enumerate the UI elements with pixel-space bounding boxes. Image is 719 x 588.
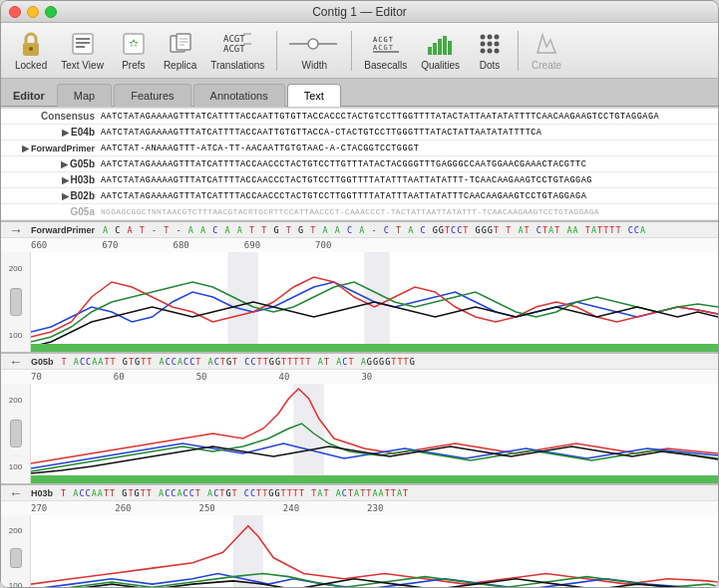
chroma-g05b-controls: 200 100 — [1, 384, 31, 483]
svg-point-36 — [495, 49, 500, 54]
chroma-forward-primer: → ForwardPrimer A C A T - T - A A C A A … — [1, 222, 718, 354]
chroma-fp-scrollbar[interactable] — [10, 288, 22, 316]
prefs-label: Prefs — [122, 60, 145, 71]
basecalls-label: Basecalls — [364, 60, 407, 71]
chroma-fp-name: ForwardPrimer — [31, 225, 95, 235]
svg-text:ACGT: ACGT — [223, 44, 245, 54]
chroma-h03b-graph-area: 200 100 — [1, 515, 718, 588]
e04b-label: ▶E04b — [1, 127, 101, 138]
chroma-fp-green-bar — [31, 344, 718, 352]
svg-point-7 — [132, 42, 136, 46]
window-title: Contig 1 — Editor — [312, 5, 407, 19]
minimize-button[interactable] — [27, 6, 39, 18]
chroma-h03b-ruler: 270 260 250 240 230 — [1, 501, 718, 515]
y-label-100: 100 — [9, 331, 22, 340]
chroma-g05b-seq: T ACCAATT GTGTT ACCACCT ACTGT CCTTGGTTTT… — [62, 357, 416, 367]
translations-label: Translations — [210, 60, 264, 71]
svg-point-34 — [481, 49, 486, 54]
chroma-fp-graph-area: 200 100 — [1, 252, 718, 352]
locked-button[interactable]: Locked — [9, 26, 53, 75]
svg-text:ACGT: ACGT — [223, 34, 245, 44]
chroma-g05b-arrow: ← — [1, 354, 31, 370]
chroma-g05b-svg-container — [31, 384, 718, 483]
overview-bar — [1, 107, 718, 108]
alignment-area: Consensus AATCTATAGAAAAGTTTATCATTTTACCAA… — [1, 109, 718, 222]
create-label: Create — [532, 60, 561, 71]
chroma-g05b-scrollbar[interactable] — [10, 420, 22, 447]
svg-rect-24 — [433, 43, 437, 55]
y-label-200-h03b: 200 — [9, 526, 22, 535]
chroma-h03b-scrollbar[interactable] — [10, 548, 22, 568]
text-view-button[interactable]: Text View — [55, 26, 110, 75]
forwardprimer-data: AATCTAT-ANAAAGTTT-ATCA-TT-AACAATTGTGTAAC… — [101, 144, 419, 153]
consensus-label: Consensus — [1, 111, 101, 122]
svg-point-19 — [308, 39, 318, 49]
create-button[interactable]: Create — [525, 26, 568, 75]
consensus-data: AATCTATAGAAAAGTTTATCATTTTACCAATTGTGTTACC… — [101, 112, 659, 122]
h03b-top-label: ▶H03b — [1, 174, 101, 185]
prefs-icon — [120, 30, 148, 58]
tab-features[interactable]: Features — [114, 84, 190, 107]
close-button[interactable] — [9, 6, 21, 18]
tab-text[interactable]: Text — [287, 84, 341, 107]
svg-point-1 — [29, 47, 33, 51]
translations-button[interactable]: ACGT ACGT Translations — [204, 26, 270, 75]
g05b-top-row: ▶G05b AATCTATAGAAAAGTTTATCATTTTACCAACCCT… — [1, 156, 718, 172]
svg-rect-23 — [428, 47, 432, 55]
chroma-h03b-controls: 200 100 — [1, 515, 31, 588]
consensus-row: Consensus AATCTATAGAAAAGTTTATCATTTTACCAA… — [1, 109, 718, 125]
svg-point-31 — [481, 42, 486, 47]
b02b-label: ▶B02b — [1, 190, 101, 201]
dots-icon — [476, 30, 504, 58]
prefs-button[interactable]: Prefs — [112, 26, 156, 75]
chroma-fp-seq: A C A T - T - A A C A A T T G T G T A A … — [103, 225, 646, 235]
chroma-g05b-name: G05b — [31, 357, 54, 367]
svg-rect-25 — [438, 39, 442, 55]
dots-button[interactable]: Dots — [468, 26, 512, 75]
text-view-icon — [69, 30, 97, 58]
g05b-top-data: AATCTATAGAAAAGTTTATCATTTTACCAACCCTACTGTC… — [101, 159, 586, 169]
editor-section-label: Editor — [1, 86, 57, 106]
tabs-row: Editor Map Features Annotations Text — [1, 79, 718, 107]
chroma-h03b-header: ← H03b T ACCAATT GTGTT ACCACCT ACTGT CCT… — [1, 485, 718, 501]
chroma-h03b-arrow: ← — [1, 485, 31, 501]
forwardprimer-label: ▶ForwardPrimer — [1, 144, 101, 153]
g05b-top-label: ▶G05b — [1, 158, 101, 169]
lock-icon — [17, 30, 45, 58]
g05a-row: G05a NGGAGCGGCTNNTAACGTCTTTAACGTACRTGCRT… — [1, 204, 718, 220]
maximize-button[interactable] — [45, 6, 57, 18]
width-icon: 0 — [289, 30, 339, 58]
svg-rect-27 — [448, 41, 452, 55]
h03b-top-row: ▶H03b AATCTATAGAAAAGTTTATCATTTTACCAACCCT… — [1, 172, 718, 188]
svg-text:ACGT: ACGT — [373, 36, 394, 44]
tab-map[interactable]: Map — [57, 84, 112, 107]
chroma-h03b-name: H03b — [31, 488, 53, 498]
g05a-label: G05a — [1, 206, 101, 217]
svg-point-30 — [495, 35, 500, 40]
chroma-g05b-green-bar — [31, 475, 718, 483]
tab-annotations[interactable]: Annotations — [193, 84, 285, 107]
h03b-top-data: AATCTATAGAAAAGTTTATCATTTTACCAACCCTACTGTC… — [101, 175, 592, 185]
chroma-g05b-header: ← G05b T ACCAATT GTGTT ACCACCT ACTGT CCT… — [1, 354, 718, 370]
g05a-data: NGGAGCGGCTNNTAACGTCTTTAACGTACRTGCRTTCCAT… — [101, 207, 599, 216]
width-button[interactable]: 0 Width — [283, 26, 345, 75]
chroma-h03b-svg — [31, 515, 718, 588]
b02b-data: AATCTATAGAAAAGTTTATCATTTTACCAACCCTACTGTC… — [101, 191, 586, 201]
b02b-row: ▶B02b AATCTATAGAAAAGTTTATCATTTTACCAACCCT… — [1, 188, 718, 204]
y-label-100-g05b: 100 — [9, 462, 22, 471]
replica-icon — [167, 30, 194, 58]
create-icon — [533, 30, 560, 58]
chroma-h03b-svg-container — [31, 515, 718, 588]
qualities-button[interactable]: Qualities — [415, 26, 466, 75]
svg-rect-26 — [443, 36, 447, 55]
svg-point-29 — [488, 35, 493, 40]
title-bar: Contig 1 — Editor — [1, 1, 718, 23]
locked-label: Locked — [15, 60, 47, 71]
main-content: 770 780 790 800 810 820 830 840 850 860 … — [1, 107, 718, 588]
window-controls[interactable] — [9, 6, 57, 18]
translations-icon: ACGT ACGT — [223, 30, 251, 58]
basecalls-button[interactable]: ACGT ACGT Basecalls — [358, 26, 413, 75]
replica-button[interactable]: Replica — [158, 26, 202, 75]
chroma-fp-ruler: 660 670 680 690 700 — [1, 238, 718, 252]
chroma-fp-header: → ForwardPrimer A C A T - T - A A C A A … — [1, 222, 718, 238]
